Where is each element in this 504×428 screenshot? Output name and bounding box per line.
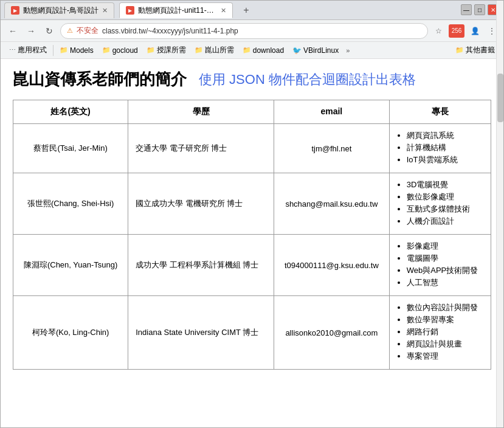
bk-kunshan-btn[interactable]: 📁 崑山所需 <box>191 44 238 57</box>
back-btn[interactable]: ← <box>5 24 20 38</box>
spec-item: Web與APP技術開發 <box>407 265 483 276</box>
address-bar: ← → ↻ ⚠ 不安全 class.vbird.tw/~4xxxcyyy/js/… <box>1 20 503 42</box>
bk-download-btn[interactable]: 📁 download <box>239 45 288 56</box>
extensions-btn[interactable]: 256 <box>449 24 464 38</box>
spec-item: 影像處理 <box>407 241 483 252</box>
bk-courseneeds-btn[interactable]: 📁 授課所需 <box>143 44 190 57</box>
page-content: 崑山資傳系老師們的簡介 使用 JSON 物件配合迴圈設計出表格 姓名(英文) 學… <box>1 59 503 427</box>
spec-item: 網頁資訊系統 <box>407 130 483 141</box>
table-row: 陳淵琮(Chen, Yuan-Tsung)成功大學 工程科學系計算機組 博士t0… <box>13 235 491 296</box>
bk-folder-icon-5: 📁 <box>243 46 251 54</box>
bk-download-label: download <box>253 46 284 55</box>
cell-name-1: 張世熙(Chang, Shei-Hsi) <box>13 173 128 235</box>
spec-item: 人工智慧 <box>407 277 483 288</box>
reload-btn[interactable]: ↻ <box>42 24 57 38</box>
cell-edu-2: 成功大學 工程科學系計算機組 博士 <box>128 235 274 296</box>
cell-name-0: 蔡哲民(Tsai, Jer-Min) <box>13 124 128 173</box>
table-header-row: 姓名(英文) 學歷 email 專長 <box>13 100 491 124</box>
spec-item: 網頁設計與規畫 <box>407 339 483 350</box>
bk-courseneeds-label: 授課所需 <box>157 45 186 55</box>
col-header-edu: 學歷 <box>128 100 274 124</box>
spec-item: 專案管理 <box>407 351 483 362</box>
cell-email-3: allisonko2010@gmail.com <box>274 296 389 370</box>
bookmarks-bar: ⋯ 應用程式 📁 Models 📁 gocloud 📁 授課所需 📁 崑山所需 … <box>1 42 503 59</box>
cell-email-2: t094000111@g.ksu.edu.tw <box>274 235 389 296</box>
tab1-close-btn[interactable]: ✕ <box>102 7 108 15</box>
cell-edu-1: 國立成功大學 電機研究所 博士 <box>128 173 274 235</box>
spec-item: 電腦圖學 <box>407 253 483 264</box>
bk-gocloud-btn[interactable]: 📁 gocloud <box>98 45 142 56</box>
col-header-spec: 專長 <box>389 100 491 124</box>
bk-more-icon[interactable]: » <box>346 47 350 54</box>
table-row: 張世熙(Chang, Shei-Hsi)國立成功大學 電機研究所 博士shcha… <box>13 173 491 235</box>
cell-spec-1: 3D電腦視覺數位影像處理互動式多煤體技術人機介面設計 <box>389 173 491 235</box>
bk-separator-1 <box>53 45 54 56</box>
spec-item: 互動式多煤體技術 <box>407 204 483 215</box>
bookmark-star-btn[interactable]: ☆ <box>432 24 445 38</box>
url-bar[interactable]: ⚠ 不安全 class.vbird.tw/~4xxxcyyy/js/unit11… <box>60 23 428 39</box>
bk-models-btn[interactable]: 📁 Models <box>56 45 97 56</box>
cell-edu-0: 交通大學 電子研究所 博士 <box>128 124 274 173</box>
bk-gocloud-label: gocloud <box>112 46 138 55</box>
bk-vbirdlinux-label: VBirdLinux <box>303 46 339 55</box>
bk-folder-icon-1: 📁 <box>60 46 68 54</box>
page-title-area: 崑山資傳系老師們的簡介 使用 JSON 物件配合迴圈設計出表格 <box>13 69 491 90</box>
bk-apps-btn[interactable]: ⋯ 應用程式 <box>5 44 50 57</box>
professors-table: 姓名(英文) 學歷 email 專長 蔡哲民(Tsai, Jer-Min)交通大… <box>13 100 491 370</box>
bk-folder-icon-3: 📁 <box>147 46 155 54</box>
page-title-sub: 使用 JSON 物件配合迴圈設計出表格 <box>199 71 416 89</box>
maximize-btn[interactable]: □ <box>474 4 485 15</box>
tab1-label: 動態網頁設計-鳥哥設計 <box>23 5 98 16</box>
bk-folder-icon-other: 📁 <box>455 46 464 54</box>
url-text: class.vbird.tw/~4xxxcyyy/js/unit11-4-1.p… <box>102 27 238 35</box>
tab1-favicon: ▶ <box>11 6 19 15</box>
minimize-btn[interactable]: — <box>461 4 472 15</box>
cell-spec-3: 數位內容設計與開發數位學習專案網路行銷網頁設計與規畫專案管理 <box>389 296 491 370</box>
col-header-name: 姓名(英文) <box>13 100 128 124</box>
col-header-email: email <box>274 100 389 124</box>
bk-vbird-icon: 🐦 <box>292 46 302 55</box>
bk-folder-icon-4: 📁 <box>195 46 203 54</box>
spec-item: 計算機結構 <box>407 142 483 153</box>
spec-item: 數位影像處理 <box>407 192 483 202</box>
page-title-main: 崑山資傳系老師們的簡介 <box>13 69 187 90</box>
cell-edu-3: Indiana State University CIMT 博士 <box>128 296 274 370</box>
spec-item: IoT與雲端系統 <box>407 154 483 165</box>
bk-other-label: 其他書籤 <box>466 45 495 55</box>
bk-vbirdlinux-btn[interactable]: 🐦 VBirdLinux <box>289 45 342 56</box>
scrollbar[interactable] <box>496 1 503 427</box>
cell-email-1: shchang@mail.ksu.edu.tw <box>274 173 389 235</box>
tab2-label: 動態網頁設計-unit11-4-1 <box>138 5 217 16</box>
tab2-favicon: ▶ <box>126 6 134 15</box>
new-tab-btn[interactable]: + <box>238 2 255 18</box>
bk-kunshan-label: 崑山所需 <box>205 45 234 55</box>
window-controls: — □ ✕ <box>461 4 499 15</box>
bk-folder-icon-2: 📁 <box>102 46 111 54</box>
tab2-close-btn[interactable]: ✕ <box>221 7 226 15</box>
profile-btn[interactable]: 👤 <box>468 24 482 38</box>
spec-item: 人機介面設計 <box>407 216 483 227</box>
cell-spec-2: 影像處理電腦圖學Web與APP技術開發人工智慧 <box>389 235 491 296</box>
spec-item: 網路行銷 <box>407 326 483 337</box>
table-row: 蔡哲民(Tsai, Jer-Min)交通大學 電子研究所 博士tjm@fhl.n… <box>13 124 491 173</box>
spec-item: 3D電腦視覺 <box>407 179 483 190</box>
cell-name-2: 陳淵琮(Chen, Yuan-Tsung) <box>13 235 128 296</box>
spec-item: 數位學習專案 <box>407 314 483 325</box>
browser-tab-2[interactable]: ▶ 動態網頁設計-unit11-4-1 ✕ <box>119 2 233 18</box>
cell-spec-0: 網頁資訊系統計算機結構IoT與雲端系統 <box>389 124 491 173</box>
table-row: 柯玲琴(Ko, Ling-Chin)Indiana State Universi… <box>13 296 491 370</box>
browser-tab-1[interactable]: ▶ 動態網頁設計-鳥哥設計 ✕ <box>4 2 114 18</box>
bk-apps-label: 應用程式 <box>18 45 47 55</box>
spec-item: 數位內容設計與開發 <box>407 302 483 313</box>
apps-grid-icon: ⋯ <box>9 46 16 54</box>
cell-name-3: 柯玲琴(Ko, Ling-Chin) <box>13 296 128 370</box>
browser-window: ▶ 動態網頁設計-鳥哥設計 ✕ ▶ 動態網頁設計-unit11-4-1 ✕ + … <box>0 0 504 428</box>
bk-other-btn[interactable]: 📁 其他書籤 <box>452 44 499 57</box>
title-bar: ▶ 動態網頁設計-鳥哥設計 ✕ ▶ 動態網頁設計-unit11-4-1 ✕ + … <box>1 1 503 20</box>
forward-btn[interactable]: → <box>24 24 38 38</box>
bk-models-label: Models <box>70 46 94 55</box>
cell-email-0: tjm@fhl.net <box>274 124 389 173</box>
scrollbar-thumb[interactable] <box>497 74 503 122</box>
security-icon: ⚠ <box>67 27 73 35</box>
insecure-label: 不安全 <box>77 26 98 36</box>
